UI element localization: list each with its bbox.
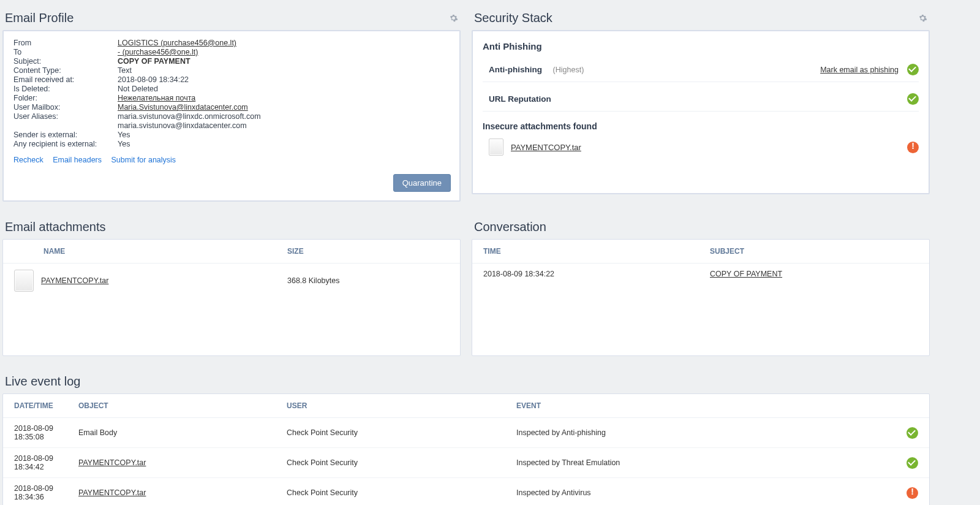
deleted-value: Not Deleted	[118, 85, 450, 93]
conversation-header-subject: SUBJECT	[710, 247, 918, 256]
content-type-label: Content Type:	[13, 66, 118, 75]
alias-label: User Aliases:	[13, 112, 118, 121]
attachments-header-name: NAME	[14, 247, 251, 256]
sender-ext-label: Sender is external:	[13, 131, 118, 139]
gear-icon[interactable]	[918, 13, 927, 23]
antiphishing-heading: Anti Phishing	[483, 41, 919, 51]
section-title-conversation: Conversation	[474, 220, 546, 234]
file-icon	[489, 139, 503, 156]
log-user: Check Point Security	[287, 458, 516, 467]
content-type-value: Text	[118, 66, 450, 75]
log-event: Inspected by Threat Emulation	[516, 458, 894, 467]
section-title-security-stack: Security Stack	[474, 11, 552, 25]
check-icon	[907, 457, 918, 469]
log-date: 2018-08-09	[14, 424, 78, 433]
antiphishing-level: (Highest)	[553, 66, 584, 74]
folder-label: Folder:	[13, 94, 118, 102]
warning-icon	[907, 142, 919, 153]
log-date: 2018-08-09	[14, 454, 78, 463]
section-title-event-log: Live event log	[5, 374, 80, 389]
conversation-card: TIME SUBJECT 2018-08-09 18:34:22 COPY OF…	[472, 239, 930, 356]
attachments-card: NAME SIZE PAYMENTCOPY.tar 368.8 Kilobyte…	[2, 239, 461, 356]
to-value[interactable]: - (purchase456@one.lt)	[118, 48, 198, 56]
check-icon	[907, 93, 919, 105]
event-log-card: DATE/TIME OBJECT USER EVENT 2018-08-09 1…	[2, 393, 930, 505]
log-time: 18:34:42	[14, 463, 78, 471]
sender-ext-value: Yes	[118, 131, 450, 139]
recip-ext-label: Any recipient is external:	[13, 140, 118, 148]
to-label: To	[13, 48, 118, 56]
folder-value[interactable]: Нежелательная почта	[118, 94, 195, 102]
conversation-subject-link[interactable]: COPY OF PAYMENT	[710, 270, 782, 278]
log-event: Inspected by Anti-phishing	[516, 428, 894, 437]
alias-value-2: maria.svistunova@linxdatacenter.com	[118, 121, 450, 130]
insecure-attachments-heading: Insecure attachments found	[483, 121, 919, 131]
warning-icon	[907, 487, 918, 499]
attachment-row: PAYMENTCOPY.tar 368.8 Kilobytes	[3, 264, 460, 298]
file-icon	[14, 270, 34, 292]
subject-value: COPY OF PAYMENT	[118, 57, 450, 66]
email-headers-link[interactable]: Email headers	[53, 156, 102, 164]
log-header-object: OBJECT	[78, 401, 287, 410]
received-value: 2018-08-09 18:34:22	[118, 75, 450, 84]
subject-label: Subject:	[13, 57, 118, 66]
email-profile-card: From LOGISTICS (purchase456@one.lt) To -…	[2, 30, 461, 202]
alias-value-1: maria.svistunova@linxdc.onmicrosoft.com	[118, 112, 450, 121]
conversation-row[interactable]: 2018-08-09 18:34:22 COPY OF PAYMENT	[472, 264, 929, 284]
antiphishing-name: Anti-phishing	[489, 65, 542, 74]
mark-phishing-link[interactable]: Mark email as phishing	[820, 66, 899, 74]
attachments-header-size: SIZE	[287, 247, 449, 256]
from-label: From	[13, 39, 118, 47]
gear-icon[interactable]	[449, 13, 458, 23]
deleted-label: Is Deleted:	[13, 85, 118, 93]
recheck-link[interactable]: Recheck	[13, 156, 43, 164]
check-icon	[907, 427, 918, 439]
log-time: 18:34:36	[14, 493, 78, 501]
log-object: Email Body	[78, 428, 287, 437]
log-row: 2018-08-09 18:34:36 PAYMENTCOPY.tar Chec…	[3, 478, 929, 505]
log-event: Inspected by Antivirus	[516, 488, 894, 497]
submit-analysis-link[interactable]: Submit for analysis	[111, 156, 176, 164]
section-title-attachments: Email attachments	[5, 220, 106, 234]
log-object-link[interactable]: PAYMENTCOPY.tar	[78, 488, 146, 497]
log-object-link[interactable]: PAYMENTCOPY.tar	[78, 458, 146, 467]
log-time: 18:35:08	[14, 433, 78, 441]
log-row: 2018-08-09 18:35:08 Email Body Check Poi…	[3, 418, 929, 448]
log-header-datetime: DATE/TIME	[14, 401, 78, 410]
url-reputation-name: URL Reputation	[489, 94, 551, 104]
conversation-time: 2018-08-09 18:34:22	[483, 270, 710, 278]
log-header-event: EVENT	[516, 401, 894, 410]
mailbox-label: User Mailbox:	[13, 103, 118, 112]
log-row: 2018-08-09 18:34:42 PAYMENTCOPY.tar Chec…	[3, 448, 929, 478]
recip-ext-value: Yes	[118, 140, 450, 148]
attachment-name-link[interactable]: PAYMENTCOPY.tar	[41, 276, 108, 285]
conversation-header-time: TIME	[483, 247, 710, 256]
check-icon	[907, 64, 919, 75]
attachment-size: 368.8 Kilobytes	[287, 276, 449, 285]
section-title-email-profile: Email Profile	[5, 11, 74, 25]
log-user: Check Point Security	[287, 428, 516, 437]
log-header-user: USER	[287, 401, 516, 410]
security-stack-card: Anti Phishing Anti-phishing (Highest) Ma…	[472, 30, 930, 194]
received-label: Email received at:	[13, 75, 118, 84]
from-value[interactable]: LOGISTICS (purchase456@one.lt)	[118, 39, 236, 47]
quarantine-button[interactable]: Quarantine	[393, 174, 451, 192]
log-user: Check Point Security	[287, 488, 516, 497]
insecure-file-link[interactable]: PAYMENTCOPY.tar	[511, 143, 581, 152]
log-date: 2018-08-09	[14, 484, 78, 493]
mailbox-value[interactable]: Maria.Svistunova@linxdatacenter.com	[118, 103, 248, 112]
